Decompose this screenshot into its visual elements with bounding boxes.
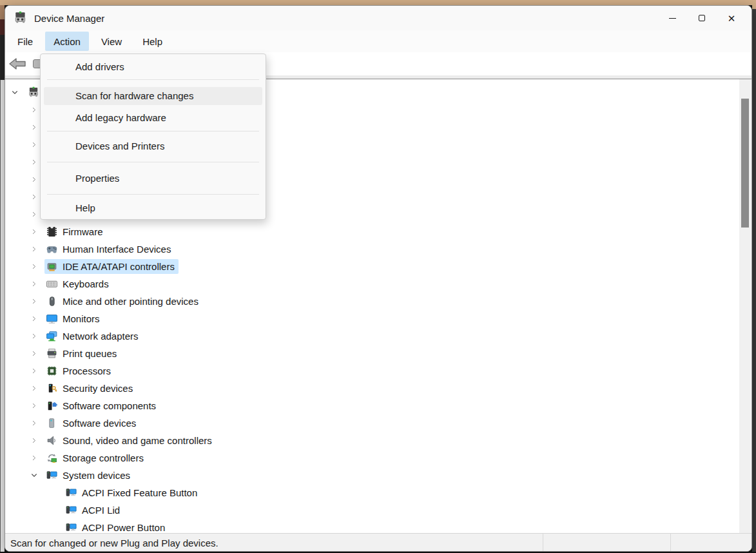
menu-item-properties[interactable]: Properties [41, 170, 266, 188]
menu-separator [47, 162, 259, 162]
status-separator [543, 534, 543, 552]
chevron-right-icon[interactable] [30, 192, 38, 202]
tree-item-ide-ata-atapi-controllers[interactable]: IDE ATA/ATAPI controllers [5, 258, 751, 275]
desktop-top-strip [0, 0, 756, 5]
scrollbar-thumb[interactable] [741, 99, 749, 228]
menu-item-devices-and-printers[interactable]: Devices and Printers [41, 137, 266, 155]
processor-icon [46, 365, 58, 377]
maximize-button[interactable] [687, 6, 717, 30]
tree-item-network-adapters[interactable]: Network adapters [5, 327, 751, 345]
maximize-icon [699, 15, 705, 21]
caption-buttons: ✕ [657, 6, 746, 30]
chevron-right-icon[interactable] [30, 105, 38, 115]
desktop-left-strip [0, 5, 5, 553]
tree-item-human-interface-devices[interactable]: Human Interface Devices [5, 240, 751, 258]
security-key-icon [46, 382, 58, 394]
speaker-icon [46, 434, 58, 447]
chevron-right-icon[interactable] [30, 366, 38, 376]
software-device-icon [46, 417, 58, 429]
menu-view[interactable]: View [93, 32, 130, 51]
monitor-icon [46, 313, 58, 325]
chevron-right-icon[interactable] [30, 383, 38, 394]
window-title: Device Manager [34, 13, 104, 24]
firmware-icon [46, 226, 58, 238]
gamepad-icon [46, 243, 58, 255]
tree-item-sound-video-game-controllers[interactable]: Sound, video and game controllers [5, 432, 751, 449]
menu-item-add-legacy-hardware[interactable]: Add legacy hardware [41, 109, 266, 127]
tree-item-system-devices[interactable]: System devices [5, 467, 751, 484]
storage-controller-icon [46, 452, 58, 464]
chevron-right-icon[interactable] [30, 122, 38, 133]
close-button[interactable]: ✕ [717, 6, 746, 30]
action-dropdown-menu: Add drivers Scan for hardware changes Ad… [40, 53, 266, 220]
menu-item-scan-for-hardware-changes[interactable]: Scan for hardware changes [44, 87, 262, 105]
chevron-right-icon[interactable] [30, 262, 38, 272]
tree-item-processors[interactable]: Processors [5, 362, 751, 380]
vertical-scrollbar[interactable] [739, 79, 751, 533]
keyboard-icon [46, 278, 58, 290]
tree-item-firmware[interactable]: Firmware [5, 223, 751, 240]
device-manager-window: Device Manager ✕ File Action View Help [5, 5, 752, 552]
system-device-icon [65, 521, 77, 533]
tree-item-monitors[interactable]: Monitors [5, 310, 751, 327]
back-arrow-icon[interactable] [8, 57, 26, 71]
printer-icon [46, 347, 58, 360]
system-device-icon [46, 469, 58, 481]
close-icon: ✕ [728, 14, 736, 23]
chevron-right-icon[interactable] [30, 140, 38, 150]
menu-bar: File Action View Help [5, 30, 751, 52]
menu-file[interactable]: File [9, 32, 41, 51]
tree-item-storage-controllers[interactable]: Storage controllers [5, 449, 751, 467]
chevron-right-icon[interactable] [30, 349, 38, 359]
chevron-right-icon[interactable] [30, 244, 38, 255]
selected-row-highlight: IDE ATA/ATAPI controllers [44, 259, 179, 274]
menu-separator [47, 194, 259, 195]
menu-separator [47, 79, 259, 80]
system-device-icon [65, 487, 77, 499]
tree-item-acpi-lid[interactable]: ACPI Lid [5, 501, 751, 519]
menu-separator [47, 131, 259, 131]
device-manager-icon [14, 11, 28, 25]
tree-item-security-devices[interactable]: Security devices [5, 380, 751, 397]
chevron-right-icon[interactable] [30, 418, 38, 429]
chevron-right-icon[interactable] [30, 279, 38, 289]
chevron-right-icon[interactable] [30, 157, 38, 168]
menu-help[interactable]: Help [134, 32, 171, 51]
system-device-icon [65, 504, 77, 516]
desktop-right-strip [752, 5, 756, 553]
menu-item-help[interactable]: Help [41, 199, 266, 217]
minimize-button[interactable] [657, 6, 687, 30]
network-adapter-icon [46, 330, 58, 342]
tree-item-software-devices[interactable]: Software devices [5, 414, 751, 432]
status-bar: Scan for changed or new Plug and Play de… [5, 533, 751, 552]
chevron-right-icon[interactable] [30, 331, 38, 342]
chevron-right-icon[interactable] [30, 296, 38, 307]
chevron-right-icon[interactable] [30, 175, 38, 185]
chevron-right-icon[interactable] [30, 453, 38, 463]
chevron-right-icon[interactable] [30, 314, 38, 324]
tree-item-acpi-power-button[interactable]: ACPI Power Button [5, 519, 751, 533]
chevron-right-icon[interactable] [30, 227, 38, 237]
menu-action[interactable]: Action [45, 32, 89, 51]
software-component-puzzle-icon [46, 400, 58, 412]
status-text: Scan for changed or new Plug and Play de… [10, 538, 218, 548]
tree-item-software-components[interactable]: Software components [5, 397, 751, 414]
menu-item-add-drivers[interactable]: Add drivers [41, 58, 266, 76]
title-bar[interactable]: Device Manager ✕ [5, 6, 751, 30]
chevron-down-icon[interactable] [11, 88, 19, 98]
tree-item-acpi-fixed-feature-button[interactable]: ACPI Fixed Feature Button [5, 484, 751, 501]
tree-item-mice[interactable]: Mice and other pointing devices [5, 293, 751, 310]
tree-item-keyboards[interactable]: Keyboards [5, 275, 751, 293]
status-separator [670, 534, 671, 552]
computer-root-icon [28, 86, 40, 99]
chevron-right-icon[interactable] [30, 436, 38, 446]
chevron-right-icon[interactable] [30, 209, 38, 220]
tree-item-print-queues[interactable]: Print queues [5, 345, 751, 362]
chevron-right-icon[interactable] [30, 401, 38, 411]
mouse-icon [46, 295, 58, 307]
ide-controller-icon [46, 260, 58, 273]
chevron-down-icon[interactable] [30, 471, 38, 481]
minimize-icon [669, 18, 676, 19]
